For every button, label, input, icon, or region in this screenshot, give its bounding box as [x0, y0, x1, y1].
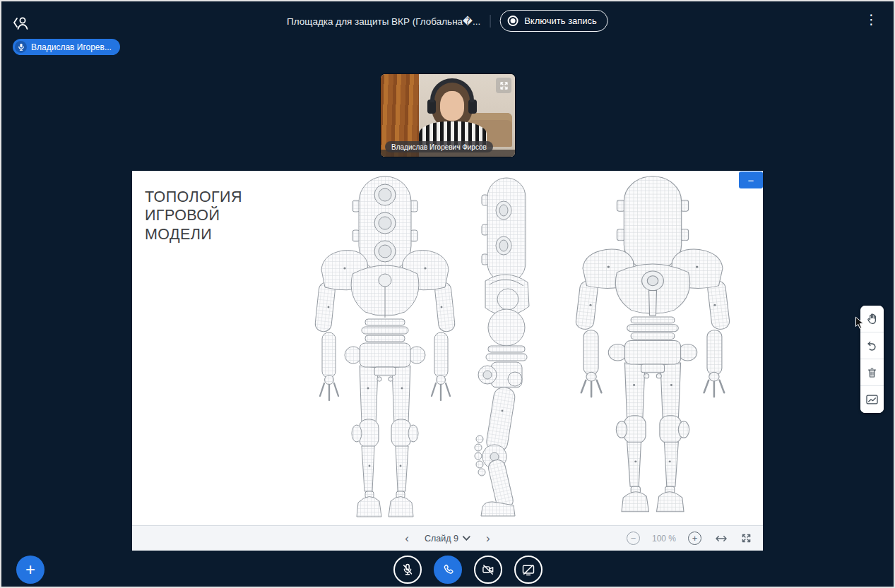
plus-circle-icon: +	[688, 532, 701, 545]
undo-annotation-button[interactable]	[860, 332, 884, 359]
slide-title: ТОПОЛОГИЯ ИГРОВОЙ МОДЕЛИ	[145, 188, 242, 244]
microphone-muted-icon	[401, 563, 415, 577]
expand-icon	[499, 81, 509, 90]
minus-icon: −	[748, 174, 754, 186]
chevron-left-icon: ‹	[405, 532, 409, 544]
wireframe-robot-side	[475, 178, 529, 516]
zoom-out-button[interactable]: −	[625, 530, 641, 546]
minus-circle-icon: −	[627, 532, 640, 545]
multi-user-whiteboard-button[interactable]	[860, 386, 884, 413]
webcam-tile: Владислав Игоревич Фирсов	[381, 74, 515, 157]
hand-icon	[865, 312, 879, 326]
fullscreen-icon	[741, 533, 752, 544]
active-speaker-badge[interactable]: Владислав Игорев...	[13, 39, 120, 55]
leave-audio-button[interactable]	[434, 556, 462, 584]
record-button[interactable]: Включить запись	[499, 10, 608, 32]
wireframe-robot-front	[314, 176, 456, 517]
chevron-down-icon	[463, 536, 470, 541]
webcam-disabled-icon	[481, 563, 495, 577]
plus-icon: +	[25, 560, 35, 579]
microphone-icon	[15, 41, 27, 53]
pan-tool-button[interactable]	[860, 306, 884, 332]
headphones-band	[430, 78, 474, 102]
slide-number-label: Слайд 9	[425, 534, 458, 544]
actions-button[interactable]: +	[16, 556, 45, 584]
action-bar	[393, 556, 543, 584]
fit-width-icon	[715, 535, 728, 542]
options-menu-button[interactable]: ⋮	[865, 13, 878, 26]
zoom-in-button[interactable]: +	[687, 530, 703, 546]
slide-select-dropdown[interactable]: Слайд 9	[423, 532, 472, 545]
webcam-fullscreen-button[interactable]	[496, 78, 511, 93]
speaker-name: Владислав Игорев...	[31, 42, 112, 52]
slide-title-line: ИГРОВОЙ	[145, 206, 242, 224]
chevron-right-icon: ›	[486, 532, 490, 544]
screenshare-disabled-icon	[521, 563, 535, 577]
presentation-area: ТОПОЛОГИЯ ИГРОВОЙ МОДЕЛИ − ‹ Слайд 9 ›	[132, 171, 763, 551]
userlist-toggle-button[interactable]	[13, 14, 34, 32]
record-icon	[507, 16, 518, 26]
kebab-icon: ⋮	[865, 12, 878, 27]
whiteboard-toolbar	[860, 306, 884, 413]
previous-slide-button[interactable]: ‹	[402, 532, 412, 544]
mute-microphone-button[interactable]	[393, 556, 422, 584]
zoom-level: 100 %	[652, 534, 676, 544]
slide-title-line: МОДЕЛИ	[145, 225, 242, 244]
undo-icon	[865, 340, 879, 352]
chart-icon	[865, 394, 879, 405]
top-bar: Площадка для защиты ВКР (Глобальна�... В…	[1, 1, 894, 44]
record-button-label: Включить запись	[524, 16, 597, 26]
webcam-share-button[interactable]	[474, 556, 502, 584]
wireframe-robot-back	[575, 176, 730, 512]
trash-icon	[866, 366, 878, 379]
screenshare-button[interactable]	[514, 556, 543, 584]
fit-width-button[interactable]	[713, 534, 729, 544]
clear-annotations-button[interactable]	[860, 359, 884, 386]
meeting-window: Площадка для защиты ВКР (Глобальна�... В…	[0, 0, 895, 588]
presentation-minimize-button[interactable]: −	[739, 172, 763, 188]
presentation-toolbar: ‹ Слайд 9 › − 100 % +	[132, 525, 763, 551]
title-divider	[490, 15, 490, 28]
meeting-title: Площадка для защиты ВКР (Глобальна�...	[287, 16, 480, 27]
chevron-left-person-icon	[13, 16, 32, 31]
slide-title-line: ТОПОЛОГИЯ	[145, 188, 242, 206]
slide-canvas[interactable]: ТОПОЛОГИЯ ИГРОВОЙ МОДЕЛИ −	[132, 171, 763, 525]
phone-icon	[441, 563, 455, 577]
webcam-name-label: Владислав Игоревич Фирсов	[385, 141, 493, 152]
presentation-fullscreen-button[interactable]	[740, 532, 753, 545]
next-slide-button[interactable]: ›	[483, 532, 493, 544]
